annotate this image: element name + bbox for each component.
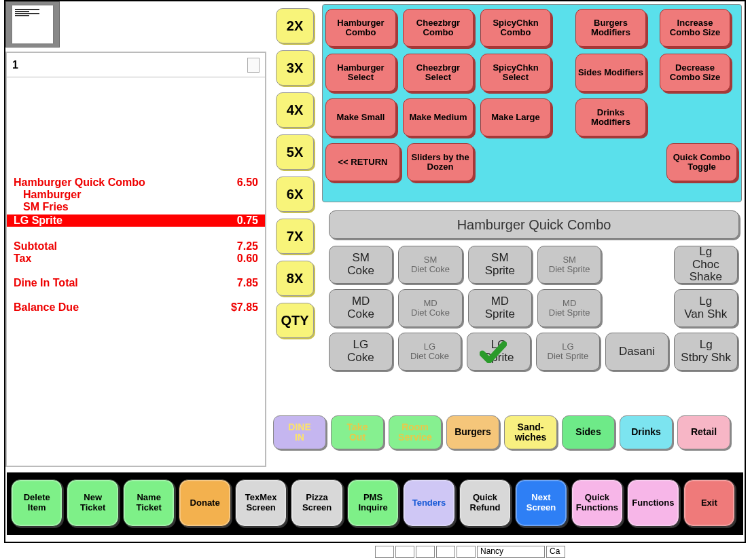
qty-button[interactable]: 5X [276,134,314,170]
subtotal-row: Subtotal 7.25 [14,240,258,253]
drink-button[interactable]: MDDiet Sprite [537,289,601,327]
function-button[interactable]: DeleteItem [11,479,62,527]
combo-button[interactable]: Sides Modifiers [575,54,646,92]
function-button[interactable]: Tenders [403,479,454,527]
drink-button[interactable]: LGCoke [329,333,393,371]
drink-button[interactable]: LgStbry Shk [674,333,738,371]
category-button[interactable]: Drinks [620,415,673,449]
ticket-panel: 1 Hamburger Quick Combo6.50HamburgerSM F… [5,52,266,467]
qty-button[interactable]: 8X [276,261,314,296]
qty-button[interactable]: 6X [276,176,314,212]
combo-button[interactable]: Cheezbrgr Select [403,54,474,92]
status-bar: Nancy Ca [374,546,746,558]
drink-button[interactable]: MDSprite [468,289,532,327]
drink-button[interactable]: Dasani [605,333,669,371]
ticket-number: 1 [12,59,18,71]
drink-button[interactable]: SMDiet Coke [398,246,462,284]
qty-button[interactable]: QTY [276,303,314,338]
combo-button[interactable]: Decrease Combo Size [660,54,730,92]
drink-button[interactable]: MDDiet Coke [398,289,462,327]
tax-row: Tax 0.60 [14,253,258,265]
drink-button[interactable]: LGSprite [467,333,531,371]
combo-button[interactable]: Cheezbrgr Combo [403,9,474,47]
combo-grid: Hamburger ComboCheezbrgr ComboSpicyChkn … [322,4,742,202]
ticket-line[interactable]: Hamburger [14,189,258,201]
function-button[interactable]: NewTicket [67,479,118,527]
function-button[interactable]: Functions [627,479,679,527]
drink-button[interactable]: SMCoke [329,246,393,284]
category-button[interactable]: Sides [562,415,615,449]
total-row: Dine In Total 7.85 [14,277,258,289]
item-title-bar: Hamburger Quick Combo [329,210,739,239]
return-button[interactable]: << RETURN [325,143,400,181]
drink-button[interactable]: LgChoc Shake [674,246,738,284]
status-cell [395,546,414,558]
drink-button[interactable]: LgVan Shk [674,289,738,327]
function-button[interactable]: PizzaScreen [291,479,342,527]
drink-button[interactable]: MDCoke [329,289,393,327]
function-button[interactable]: NameTicket [123,479,175,527]
combo-button[interactable]: Quick Combo Toggle [666,143,737,181]
category-row: DINEINTakeOutRoomServiceBurgersSand-wich… [273,415,745,456]
category-button[interactable]: TakeOut [331,415,384,449]
combo-button[interactable]: Increase Combo Size [660,9,730,47]
status-end: Ca [546,546,565,558]
qty-button[interactable]: 2X [276,8,314,43]
status-cell [416,546,435,558]
document-icon[interactable] [247,58,260,73]
status-cell [457,546,476,558]
category-button[interactable]: Sand-wiches [504,415,557,449]
function-button[interactable]: Exit [683,479,735,527]
combo-button[interactable]: Drinks Modifiers [575,98,646,136]
status-cell [375,546,394,558]
category-button[interactable]: RoomService [389,415,442,449]
combo-button[interactable]: Make Medium [403,98,474,136]
category-button[interactable]: Retail [677,415,730,449]
ticket-header: 1 [7,53,265,77]
function-button[interactable]: NextScreen [515,479,567,527]
drink-button[interactable]: SMDiet Sprite [537,246,601,284]
ticket-line[interactable]: SM Fries [14,201,258,213]
function-button[interactable]: QuickFunctions [571,479,623,527]
check-icon [480,340,507,363]
function-button[interactable]: TexMexScreen [235,479,287,527]
receipt-thumbnail[interactable] [5,1,60,48]
ticket-line-selected[interactable]: LG Sprite0.75 [7,214,265,227]
combo-button[interactable]: Make Small [325,98,396,136]
function-button[interactable]: Donate [179,479,230,527]
ticket-body: Hamburger Quick Combo6.50HamburgerSM Fri… [7,77,265,318]
qty-button[interactable]: 7X [276,219,314,254]
status-user: Nancy [477,546,545,558]
combo-button[interactable]: Hamburger Combo [325,9,396,47]
qty-button[interactable]: 4X [276,92,314,128]
combo-button[interactable]: SpicyChkn Select [480,54,551,92]
function-bar: DeleteItemNewTicketNameTicketDonateTexMe… [7,472,743,535]
drink-button[interactable]: SMSprite [468,246,532,284]
combo-button[interactable]: SpicyChkn Combo [480,9,551,47]
drink-grid: SMCokeSMDiet CokeSMSpriteSMDiet SpriteLg… [329,246,743,376]
balance-row: Balance Due $7.85 [14,301,258,314]
function-button[interactable]: QuickRefund [459,479,511,527]
combo-button[interactable]: Burgers Modifiers [575,9,646,47]
combo-button[interactable]: Hamburger Select [325,54,396,92]
drink-button[interactable]: LGDiet Coke [398,333,462,371]
function-button[interactable]: PMSInquire [347,479,399,527]
quantity-column: 2X3X4X5X6X7X8XQTY [273,4,317,345]
combo-button[interactable]: Make Large [480,98,551,136]
combo-button[interactable]: Sliders by the Dozen [407,143,474,181]
status-cell [436,546,455,558]
drink-button[interactable]: LGDiet Sprite [536,333,600,371]
category-button[interactable]: Burgers [446,415,499,449]
thumbnail-preview [12,5,53,43]
qty-button[interactable]: 3X [276,50,314,86]
ticket-line[interactable]: Hamburger Quick Combo6.50 [14,176,258,189]
category-button[interactable]: DINEIN [273,415,326,449]
